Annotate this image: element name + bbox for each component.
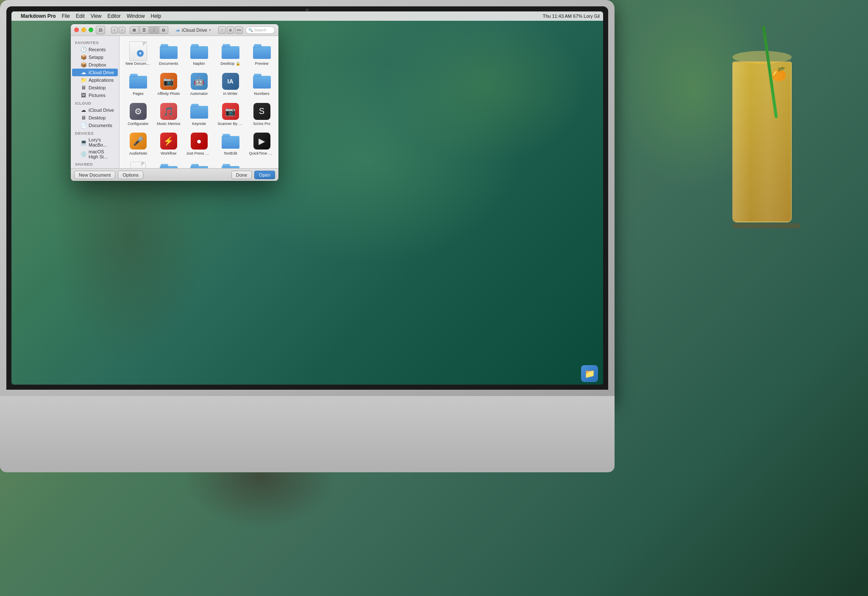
cover-flow-button[interactable]: ⊟ [159, 26, 168, 34]
file-napkin[interactable]: Napkin [185, 40, 214, 68]
location-display: ☁ iCloud Drive ▾ [171, 27, 216, 33]
back-button[interactable]: ‹ [111, 27, 118, 33]
workflow-label: Workflow [161, 151, 176, 156]
menubar-window[interactable]: Window [127, 13, 145, 19]
tag-button[interactable]: ⊕ [227, 26, 234, 34]
quicktime-icon: ▶ [253, 132, 271, 150]
glass-reflection [733, 62, 791, 222]
automator-icon: 🤖 [190, 72, 209, 91]
sidebar-icloud-docs[interactable]: 📄 Documents [72, 122, 118, 129]
file-desktop[interactable]: Desktop 🔒 [216, 40, 245, 68]
menubar-file[interactable]: File [62, 13, 70, 19]
menubar-edit[interactable]: Edit [76, 13, 85, 19]
file-preview[interactable]: Preview [248, 40, 276, 68]
sidebar-icloud-drive[interactable]: ☁ iCloud Drive [72, 106, 118, 114]
sidebar-item-desktop[interactable]: 🖥 Desktop [72, 84, 118, 91]
documents-2-folder-icon [221, 162, 240, 168]
scanner-label: Scanner By Readdle [218, 122, 243, 126]
scanner-icon: 📷 [221, 102, 240, 121]
maximize-button[interactable] [89, 28, 93, 32]
file-configurator[interactable]: ⚙ Configurator [124, 100, 153, 128]
menubar-app-name[interactable]: Markdown Pro [21, 13, 56, 19]
macbook-frame: Markdown Pro File Edit View Editor Windo… [0, 0, 615, 402]
documents-3-folder-icon [159, 162, 178, 168]
scrivs-pro-icon: S [253, 102, 271, 121]
desktop-folder-icon [221, 42, 240, 61]
file-quicktime[interactable]: ▶ QuickTime Player [248, 130, 276, 158]
icon-view-button[interactable]: ⊞ [130, 26, 139, 34]
icloud-docs-icon: 📄 [81, 122, 86, 128]
file-new-document[interactable]: + New Document [124, 40, 153, 68]
sidebar-item-dropbox[interactable]: 📦 Dropbox [72, 61, 118, 69]
navigation-buttons: ‹ › [111, 27, 125, 33]
file-music-memos[interactable]: 🎵 Music Memos [155, 100, 182, 128]
file-audionote[interactable]: 🎤 AudioNote [124, 130, 153, 158]
view-buttons: ⊞ ☰ ⋮ ⊟ [130, 26, 168, 34]
file-just-press-record[interactable]: ● Just Press Record [185, 130, 214, 158]
textedit-label: TextEdit [224, 151, 237, 156]
file-test-doc[interactable]: 📷 This-is-a-test [124, 160, 153, 168]
more-button[interactable]: ••• [235, 26, 243, 34]
shared-section-label: Shared [71, 160, 119, 167]
finder-window: ⊡ ‹ › ⊞ ☰ ⋮ ⊟ ☁ iCloud Drive ▾ [71, 24, 278, 181]
sidebar-item-icloud[interactable]: ☁ iCloud Drive [72, 69, 118, 76]
list-view-button[interactable]: ☰ [139, 26, 149, 34]
search-box[interactable]: 🔍 Search [245, 26, 275, 34]
automator-label: Automator [190, 91, 208, 96]
file-documents-3[interactable]: Documents 3 [155, 160, 182, 168]
file-ia-writer[interactable]: IA iA Writer [216, 70, 245, 98]
file-automator[interactable]: 🤖 Automator [185, 70, 214, 98]
sidebar-item-pictures[interactable]: 🖼 Pictures [72, 91, 118, 99]
close-button[interactable] [74, 28, 79, 32]
music-memos-icon: 🎵 [159, 102, 178, 121]
desktop-icon: 🖥 [81, 85, 86, 91]
menubar-clock: Thu 11:43 AM 67% Lory Gil [542, 14, 600, 19]
file-workflow[interactable]: ⚡ Workflow [155, 130, 182, 158]
forward-button[interactable]: › [119, 27, 125, 33]
file-textedit[interactable]: TextEdit [216, 130, 245, 158]
new-document-button[interactable]: New Document [74, 171, 115, 179]
sidebar-item-recents[interactable]: 🕐 Recents [72, 46, 118, 53]
devices-section-label: Devices [71, 129, 119, 136]
options-button[interactable]: Options [118, 171, 143, 179]
file-affinity-photo[interactable]: 📷 Affinity Photo [155, 70, 182, 98]
file-keynote[interactable]: Keynote [185, 100, 214, 128]
icloud-icon: ☁ [81, 69, 86, 75]
dropbox-icon: 📦 [81, 62, 86, 68]
textedit-folder-icon [221, 132, 240, 150]
menubar: Markdown Pro File Edit View Editor Windo… [11, 11, 603, 21]
menubar-help[interactable]: Help [151, 13, 161, 19]
share-button[interactable]: ↑ [218, 26, 226, 34]
file-scanner[interactable]: 📷 Scanner By Readdle [216, 100, 245, 128]
file-documents[interactable]: Documents [155, 40, 182, 68]
affinity-photo-icon: 📷 [159, 72, 178, 91]
numbers-folder-icon [253, 72, 271, 91]
file-scrivs-pro[interactable]: S Scrivs Pro [248, 100, 276, 128]
file-numbers[interactable]: Numbers [248, 70, 276, 98]
sidebar-toggle-button[interactable]: ⊡ [96, 26, 105, 34]
file-documents-4[interactable]: Documents 4 [185, 160, 214, 168]
menubar-editor[interactable]: Editor [108, 13, 121, 19]
desktop-label: Desktop 🔒 [220, 61, 240, 66]
menubar-view[interactable]: View [91, 13, 102, 19]
icloud-desktop-icon: 🖥 [81, 115, 86, 121]
column-view-button[interactable]: ⋮ [149, 26, 159, 34]
glass-body: 🍊 [732, 61, 792, 222]
dock-icon[interactable]: 📁 [581, 365, 598, 382]
new-document-icon: + [129, 42, 147, 61]
done-button[interactable]: Done [231, 171, 252, 179]
cloud-icon: ☁ [175, 27, 180, 33]
icloud-section-label: iCloud [71, 99, 119, 106]
minimize-button[interactable] [81, 28, 86, 32]
sidebar-macos[interactable]: 💿 macOS High Si... [72, 148, 118, 160]
file-documents-2[interactable]: Documents 2 [216, 160, 245, 168]
file-pages[interactable]: Pages [124, 70, 153, 98]
finder-title: iCloud Drive [182, 28, 207, 33]
test-doc-icon: 📷 [129, 162, 147, 168]
sidebar-icloud-desktop[interactable]: 🖥 Desktop [72, 114, 118, 122]
sidebar-macbook[interactable]: 💻 Lory's MacBo... [72, 136, 118, 148]
open-button[interactable]: Open [254, 171, 275, 179]
keynote-folder-icon [190, 102, 209, 121]
sidebar-item-applications[interactable]: 📁 Applications [72, 76, 118, 84]
sidebar-item-setapp[interactable]: 📦 Setapp [72, 53, 118, 61]
